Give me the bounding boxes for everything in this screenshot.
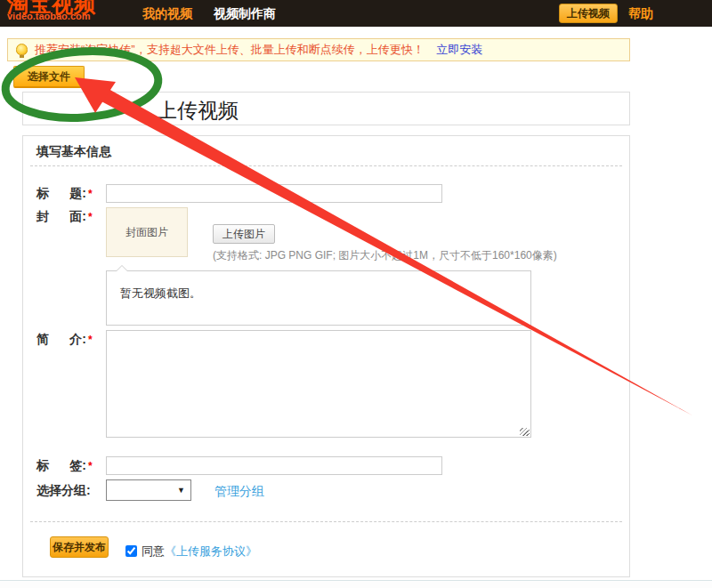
agree-text: 同意 (142, 544, 165, 558)
notice-bar: 推荐安装“淘宝快传”，支持超大文件上传、批量上传和断点续传，上传更快！ 立即安装 (7, 38, 630, 61)
upload-video-page: 淘宝视频 video.taobao.com 我的视频 视频制作商 上传视频 帮助… (0, 0, 712, 588)
tag-label: 标 签:* (36, 458, 112, 474)
cover-image-placeholder: 封面图片 (106, 207, 188, 257)
divider (30, 521, 622, 522)
page-title-box: 上传视频 (22, 92, 630, 125)
title-label: 标 题:* (36, 186, 112, 202)
description-label: 简 介:* (36, 332, 112, 348)
choose-file-button[interactable]: 选择文件 (13, 66, 85, 88)
title-label-text: 标 题: (36, 186, 86, 200)
divider (30, 165, 622, 166)
nav-video-makers[interactable]: 视频制作商 (214, 6, 276, 22)
group-select[interactable]: ▼ (106, 479, 191, 501)
cover-format-hint: (支持格式: JPG PNG GIF; 图片大小不超过1M，尺寸不低于160*1… (213, 248, 557, 263)
save-publish-button[interactable]: 保存并发布 (50, 536, 109, 558)
upload-video-button[interactable]: 上传视频 (559, 4, 618, 23)
required-marker: * (88, 188, 93, 200)
tag-label-text: 标 签: (36, 458, 86, 472)
group-label-text: 选择分组: (36, 483, 91, 497)
footer-divider (0, 580, 712, 588)
lightbulb-icon (16, 44, 28, 55)
install-now-link[interactable]: 立即安装 (436, 43, 482, 56)
required-marker: * (88, 334, 93, 346)
agree-row: 同意《上传服务协议》 (125, 544, 257, 560)
tag-input[interactable] (106, 456, 442, 475)
top-navbar: 淘宝视频 video.taobao.com 我的视频 视频制作商 上传视频 帮助 (0, 0, 712, 27)
description-label-text: 简 介: (36, 332, 86, 346)
group-label: 选择分组: (36, 483, 112, 499)
cover-placeholder-text: 封面图片 (125, 225, 168, 240)
required-marker: * (88, 211, 93, 223)
video-screenshot-box: 暂无视频截图。 (106, 270, 531, 326)
agree-checkbox[interactable] (125, 545, 137, 557)
nav-my-videos[interactable]: 我的视频 (142, 6, 192, 22)
upload-image-button[interactable]: 上传图片 (213, 224, 275, 244)
chevron-down-icon: ▼ (177, 480, 185, 500)
cover-label: 封 面:* (36, 209, 112, 225)
required-marker: * (88, 460, 93, 472)
basic-info-form: 填写基本信息 标 题:* 封 面:* 封面图片 上传图片 (支持格式: JPG … (22, 135, 630, 577)
cover-label-text: 封 面: (36, 209, 86, 223)
section-title: 填写基本信息 (36, 144, 111, 160)
tooltip-caret (116, 265, 128, 271)
page-title: 上传视频 (157, 97, 239, 125)
no-screenshot-text: 暂无视频截图。 (120, 286, 201, 302)
description-textarea[interactable] (106, 330, 531, 438)
manage-groups-link[interactable]: 管理分组 (214, 484, 264, 500)
service-agreement-link[interactable]: 《上传服务协议》 (165, 544, 257, 558)
site-logo-domain: video.taobao.com (7, 11, 91, 21)
notice-text: 推荐安装“淘宝快传”，支持超大文件上传、批量上传和断点续传，上传更快！ (35, 43, 425, 56)
help-link[interactable]: 帮助 (628, 6, 653, 22)
title-input[interactable] (106, 184, 442, 203)
